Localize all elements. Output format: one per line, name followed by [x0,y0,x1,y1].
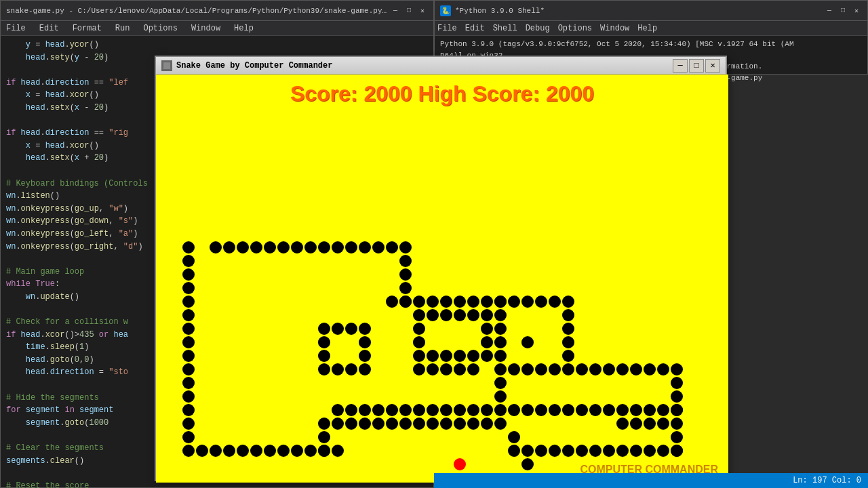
svg-point-173 [413,350,425,362]
svg-point-62 [521,296,534,308]
shell-menu-options[interactable]: Options [558,24,592,33]
svg-point-102 [318,350,330,362]
svg-point-109 [413,404,425,416]
svg-point-72 [535,363,547,375]
svg-point-172 [467,363,479,375]
editor-menu-window[interactable]: Window [189,22,223,35]
svg-point-133 [332,418,344,430]
svg-point-70 [562,363,574,375]
svg-point-129 [318,418,330,430]
svg-point-17 [182,445,195,457]
shell-close-button[interactable]: ✕ [851,5,862,16]
svg-point-163 [657,418,669,430]
svg-point-152 [576,445,588,457]
editor-menu-help[interactable]: Help [231,22,256,35]
svg-point-82 [644,363,656,375]
shell-menubar: File Edit Shell Debug Options Window Hel… [435,21,867,36]
score-display: Score: 2000 High Score: 2000 [156,75,728,106]
svg-point-184 [481,350,493,362]
svg-point-165 [521,458,534,470]
svg-point-103 [332,404,344,416]
svg-point-138 [399,418,412,430]
editor-menu-file[interactable]: File [3,22,28,35]
svg-point-125 [630,404,642,416]
svg-point-101 [318,336,330,348]
svg-point-66 [562,309,574,321]
svg-point-141 [440,418,452,430]
editor-menu-edit[interactable]: Edit [37,22,62,35]
svg-point-108 [399,404,412,416]
editor-menu-format[interactable]: Format [70,22,104,35]
svg-point-142 [454,418,466,430]
svg-point-126 [644,404,656,416]
editor-maximize-button[interactable]: □ [403,5,414,16]
editor-title: snake-game.py - C:/Users/lenovo/AppData/… [6,7,390,15]
shell-menu-shell[interactable]: Shell [493,24,517,33]
editor-menu-options[interactable]: Options [140,22,180,35]
svg-point-16 [182,431,195,443]
svg-point-9 [182,336,195,348]
svg-point-99 [332,323,344,335]
svg-point-21 [237,445,249,457]
svg-point-47 [386,296,398,308]
svg-point-113 [467,404,479,416]
svg-point-81 [630,363,642,375]
svg-point-167 [494,390,507,403]
shell-menu-window[interactable]: Window [600,24,629,33]
svg-point-67 [562,323,574,335]
svg-point-75 [494,363,507,375]
snake-close-button[interactable]: ✕ [705,59,720,73]
editor-close-button[interactable]: ✕ [417,5,428,16]
svg-point-22 [250,445,262,457]
svg-point-154 [603,445,615,457]
svg-point-7 [182,309,195,321]
svg-point-159 [671,445,683,457]
svg-point-149 [535,445,547,457]
svg-point-132 [332,445,344,457]
svg-point-78 [589,363,601,375]
svg-point-3 [182,255,195,267]
svg-point-28 [210,241,222,253]
shell-menu-edit[interactable]: Edit [465,24,485,33]
shell-maximize-button[interactable]: □ [837,5,848,16]
svg-point-33 [277,241,290,253]
svg-point-79 [603,363,615,375]
svg-point-185 [467,350,479,362]
svg-point-94 [359,363,371,375]
svg-point-48 [399,296,412,308]
snake-minimize-button[interactable]: — [673,59,688,73]
svg-point-169 [427,363,439,375]
svg-point-137 [386,418,398,430]
svg-point-59 [494,350,507,362]
svg-point-45 [399,282,412,294]
svg-point-171 [454,363,466,375]
svg-point-60 [494,296,507,308]
svg-point-51 [440,296,452,308]
svg-point-32 [264,241,276,253]
snake-maximize-button[interactable]: □ [689,59,704,73]
shell-menu-help[interactable]: Help [637,24,657,33]
svg-point-84 [671,363,683,375]
svg-point-44 [399,268,412,281]
editor-minimize-button[interactable]: — [390,5,401,16]
editor-menu-run[interactable]: Run [113,22,133,35]
svg-point-140 [427,418,439,430]
svg-point-151 [562,445,574,457]
svg-point-174 [413,336,425,348]
svg-point-61 [508,296,520,308]
svg-point-54 [481,296,493,308]
shell-menu-debug[interactable]: Debug [526,24,550,33]
snake-icon [161,60,172,71]
svg-point-123 [603,404,615,416]
snake-title: Snake Game by Computer Commander [176,61,673,70]
editor-titlebar: snake-game.py - C:/Users/lenovo/AppData/… [1,1,433,21]
svg-point-12 [182,377,195,389]
svg-point-100 [318,323,330,335]
svg-point-40 [372,241,384,253]
shell-menu-file[interactable]: File [437,24,457,33]
svg-point-112 [454,404,466,416]
shell-minimize-button[interactable]: — [824,5,835,16]
svg-point-95 [359,350,371,362]
svg-point-183 [481,336,493,348]
svg-point-52 [454,296,466,308]
